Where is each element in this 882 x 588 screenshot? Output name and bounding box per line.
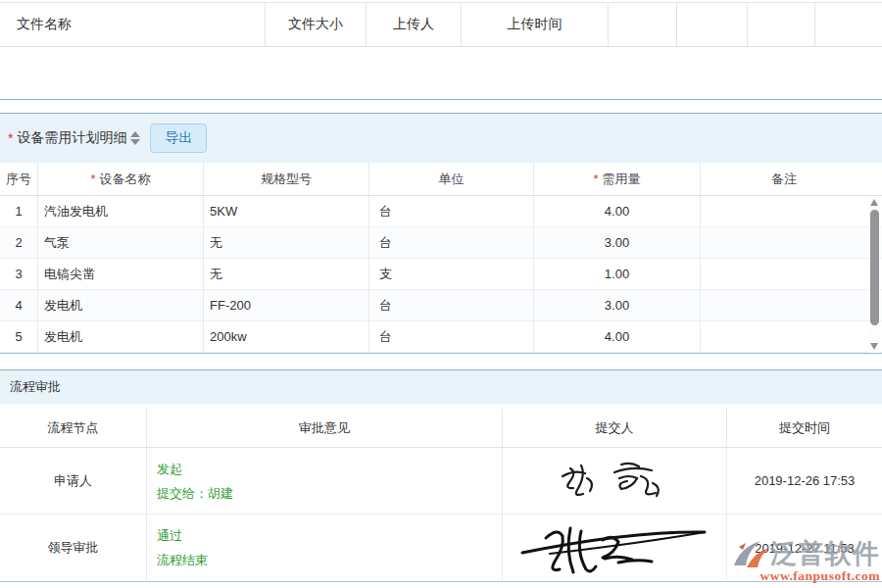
attachments-col-filename: 文件名称 — [0, 3, 266, 46]
cell-name: 电镐尖凿 — [38, 259, 204, 289]
equipment-col-seq: 序号 — [0, 163, 38, 195]
attachments-table-header: 文件名称 文件大小 上传人 上传时间 — [0, 2, 882, 47]
cell-model: 无 — [204, 227, 369, 258]
approval-col-submitter: 提交人 — [503, 409, 727, 447]
cell-unit: 台 — [369, 321, 534, 352]
cell-qty: 3.00 — [534, 290, 701, 320]
cell-unit: 支 — [369, 259, 534, 289]
cell-unit: 台 — [369, 290, 534, 320]
equipment-table-scrollbar[interactable] — [868, 196, 881, 353]
attachments-col-empty-4 — [815, 3, 882, 46]
cell-note — [701, 290, 867, 320]
cell-model: 200kw — [204, 321, 369, 352]
scroll-up-icon[interactable] — [870, 199, 878, 206]
table-row: 1 汽油发电机 5KW 台 4.00 — [0, 196, 882, 227]
cell-seq: 3 — [0, 259, 38, 289]
attachments-section-divider — [0, 99, 882, 100]
approval-node: 领导审批 — [0, 514, 147, 581]
cell-name: 发电机 — [38, 321, 204, 352]
approval-col-time: 提交时间 — [727, 409, 882, 447]
table-row: 4 发电机 FF-200 台 3.00 — [0, 290, 882, 321]
opinion-line: 提交给：胡建 — [157, 481, 233, 506]
scroll-down-icon[interactable] — [870, 343, 878, 350]
cell-name: 汽油发电机 — [38, 196, 204, 226]
cell-unit: 台 — [369, 196, 534, 226]
cell-qty: 4.00 — [534, 196, 701, 226]
equipment-col-note: 备注 — [701, 163, 867, 195]
approval-section-title: 流程审批 — [10, 378, 61, 396]
cell-note — [701, 259, 867, 289]
required-asterisk: * — [90, 172, 95, 186]
equipment-table-header: 序号 *设备名称 规格型号 单位 *需用量 备注 — [0, 163, 882, 196]
approval-opinion: 发起 提交给：胡建 — [147, 448, 503, 514]
equipment-col-unit: 单位 — [369, 163, 534, 195]
opinion-line: 发起 — [157, 457, 182, 481]
scrollbar-thumb[interactable] — [870, 210, 879, 325]
approval-time: 2019-12-27 11:53 — [727, 514, 882, 581]
attachments-col-uploadtime: 上传时间 — [462, 3, 609, 46]
cell-unit: 台 — [369, 227, 534, 258]
equipment-table-bottom-border — [0, 353, 882, 354]
cell-model: 5KW — [204, 196, 369, 226]
approval-opinion: 通过 流程结束 — [147, 514, 503, 581]
cell-seq: 1 — [0, 196, 38, 226]
equipment-section-title: 设备需用计划明细 — [17, 129, 126, 147]
export-button[interactable]: 导出 — [150, 123, 207, 153]
approval-col-opinion: 审批意见 — [147, 409, 503, 447]
attachments-col-uploader: 上传人 — [367, 3, 462, 46]
table-row: 领导审批 通过 流程结束 2019-12-27 11:53 — [0, 514, 882, 581]
required-asterisk: * — [593, 172, 598, 186]
cell-model: FF-200 — [204, 290, 369, 320]
cell-note — [701, 321, 867, 352]
table-row: 5 发电机 200kw 台 4.00 — [0, 321, 882, 353]
opinion-line: 通过 — [157, 523, 182, 548]
required-asterisk: * — [8, 130, 13, 146]
approval-node: 申请人 — [0, 448, 147, 514]
approval-table-header: 流程节点 审批意见 提交人 提交时间 — [0, 409, 882, 448]
table-row: 2 气泵 无 台 3.00 — [0, 227, 882, 259]
cell-name: 发电机 — [38, 290, 204, 320]
attachments-col-empty-2 — [677, 3, 748, 46]
equipment-table: 序号 *设备名称 规格型号 单位 *需用量 备注 1 汽油发电机 5KW 台 4… — [0, 163, 882, 353]
cell-seq: 5 — [0, 321, 38, 352]
approval-col-node: 流程节点 — [0, 409, 147, 447]
table-row: 3 电镐尖凿 无 支 1.00 — [0, 259, 882, 290]
cell-seq: 2 — [0, 227, 38, 258]
approval-section-header: 流程审批 — [0, 369, 882, 404]
opinion-line: 流程结束 — [157, 548, 208, 572]
attachments-col-filesize: 文件大小 — [266, 3, 367, 46]
approval-table-bottom-border — [0, 581, 882, 582]
equipment-section-header: * 设备需用计划明细 导出 — [0, 113, 882, 163]
page: 文件名称 文件大小 上传人 上传时间 * 设备需用计划明细 导出 序号 *设备名… — [0, 0, 882, 588]
attachments-col-empty-3 — [748, 3, 815, 46]
cell-note — [701, 196, 867, 226]
cell-name: 气泵 — [38, 227, 204, 258]
signature-hujian-image — [503, 514, 727, 581]
cell-model: 无 — [204, 259, 369, 289]
cell-qty: 1.00 — [534, 259, 701, 289]
attachments-col-empty-1 — [609, 3, 677, 46]
table-row: 申请人 发起 提交给：胡建 2019-12-26 17:53 — [0, 448, 882, 514]
approval-table: 流程节点 审批意见 提交人 提交时间 申请人 发起 提交给：胡建 — [0, 409, 882, 581]
approval-time: 2019-12-26 17:53 — [727, 448, 882, 514]
cell-note — [701, 227, 867, 258]
equipment-col-model: 规格型号 — [204, 163, 369, 195]
cell-qty: 3.00 — [534, 227, 701, 258]
signature-zhangjia-image — [503, 448, 727, 514]
equipment-col-name: *设备名称 — [38, 163, 204, 195]
cell-seq: 4 — [0, 290, 38, 320]
sort-arrows-icon[interactable] — [130, 131, 140, 145]
cell-qty: 4.00 — [534, 321, 701, 352]
equipment-col-qty: *需用量 — [534, 163, 701, 195]
